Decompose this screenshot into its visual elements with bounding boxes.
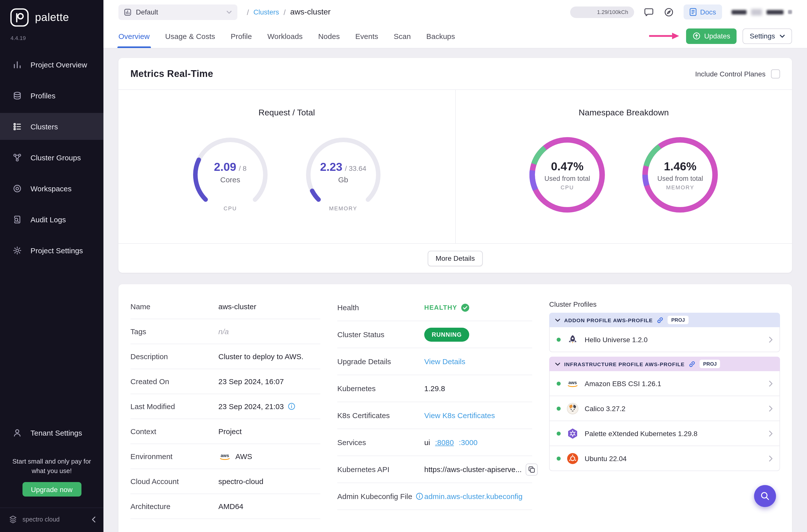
view-details-link[interactable]: View Details [424,357,466,366]
cluster-details-card: Name aws-cluster Tags n/a Description Cl… [118,284,792,532]
service-port-8080-link[interactable]: :8080 [435,438,454,446]
project-selector[interactable]: Default [118,4,237,20]
redacted-chip [751,9,762,15]
settings-button[interactable]: Settings [743,28,792,44]
tab-profile[interactable]: Profile [231,24,252,48]
proj-scope-badge: PROJ [668,316,688,324]
compass-support-icon[interactable] [663,7,674,17]
kubeconfig-download-link[interactable]: admin.aws-cluster.kubeconfig [424,492,523,500]
memory-donut-caption: Used from total [657,175,703,182]
link-icon[interactable] [689,360,696,367]
profile-pack-name: Calico 3.27.2 [585,404,625,412]
profile-row-palette-extended-kubernetes[interactable]: Palette eXtended Kubernetes 1.29.8 [549,421,780,446]
breadcrumb-current: aws-cluster [290,7,331,17]
detail-label: Name [130,302,218,311]
include-control-planes-label: Include Control Planes [695,70,766,78]
info-icon[interactable] [416,493,423,500]
tab-overview[interactable]: Overview [118,24,150,48]
chevron-down-icon [226,10,232,14]
proj-scope-badge: PROJ [699,360,720,368]
updates-button[interactable]: Updates [686,28,737,44]
chat-bubble-icon[interactable] [644,7,654,17]
link-icon[interactable] [657,317,664,323]
include-control-planes-checkbox[interactable] [771,69,780,78]
topbar-right: 1.29/100kCh Docs [570,4,792,19]
memory-namespace-donut: 1.46% Used from total MEMORY [640,135,720,215]
breadcrumb: / Clusters / aws-cluster [247,7,331,17]
upgrade-now-button[interactable]: Upgrade now [22,482,81,496]
sidebar-item-project-overview[interactable]: Project Overview [0,51,104,78]
breadcrumb-clusters-link[interactable]: Clusters [254,8,279,16]
tab-usage-costs[interactable]: Usage & Costs [165,24,215,48]
assistant-search-fab[interactable] [754,485,776,507]
detail-row-upgrade-details: Upgrade Details View Details [337,348,532,375]
copy-icon[interactable] [526,463,538,475]
infrastructure-profile-header[interactable]: INFRASTRUCTURE PROFILE AWS-PROFILE PROJ [549,357,780,371]
metrics-body: Request / Total 2.09 / [118,90,792,244]
sidebar-item-profiles[interactable]: Profiles [0,82,104,109]
updates-button-label: Updates [704,32,730,40]
profile-row-amazon-ebs-csi[interactable]: aws Amazon EBS CSI 1.26.1 [549,371,780,396]
tab-nodes[interactable]: Nodes [318,24,340,48]
gear-icon [13,246,22,255]
service-name: ui [424,438,430,446]
service-port-3000-link[interactable]: :3000 [459,438,477,446]
collapse-sidebar-icon[interactable] [92,516,95,522]
tab-workloads[interactable]: Workloads [267,24,303,48]
include-control-planes: Include Control Planes [695,69,780,78]
addon-profile-group: ADDON PROFILE AWS-PROFILE PROJ Hello [549,313,780,352]
profile-row-calico[interactable]: Calico 3.27.2 [549,396,780,421]
ubuntu-icon [566,452,579,465]
metrics-card: Metrics Real-Time Include Control Planes… [118,58,792,273]
tenant-user-icon [13,428,22,438]
nav-label: Clusters [31,122,58,131]
sidebar-item-project-settings[interactable]: Project Settings [0,237,104,264]
detail-label: Kubernetes [337,384,424,393]
tab-backups[interactable]: Backups [426,24,455,48]
profile-pack-name: Palette eXtended Kubernetes 1.29.8 [585,429,697,437]
namespace-breakdown-section: Namespace Breakdown 0.47% Used from tota… [455,90,792,243]
detail-label: Tags [130,327,218,336]
project-selector-value: Default [136,8,222,16]
detail-value: aws-cluster [218,302,256,311]
cpu-unit: Cores [220,175,240,184]
profile-row-ubuntu[interactable]: Ubuntu 22.04 [549,446,780,471]
chevron-down-icon [780,34,785,38]
detail-row-health: Health HEALTHY [337,294,532,321]
addon-profile-header[interactable]: ADDON PROFILE AWS-PROFILE PROJ [549,313,780,327]
sidebar-item-clusters[interactable]: Clusters [0,113,104,140]
detail-row-kubernetes: Kubernetes 1.29.8 [337,375,532,402]
tab-events[interactable]: Events [355,24,378,48]
detail-value: 1.29.8 [424,384,445,393]
donut-row: 0.47% Used from total CPU 1. [455,135,792,215]
breadcrumb-separator: / [247,8,249,16]
infrastructure-profile-group: INFRASTRUCTURE PROFILE AWS-PROFILE PROJ … [549,357,780,471]
tab-scan[interactable]: Scan [394,24,411,48]
profile-row-hello-universe[interactable]: Hello Universe 1.2.0 [549,327,780,352]
chart-bars-icon [13,60,22,69]
cluster-profiles-title: Cluster Profiles [549,300,780,308]
sidebar-item-audit-logs[interactable]: Audit Logs [0,206,104,233]
addon-profile-header-label: ADDON PROFILE AWS-PROFILE [564,317,653,323]
chevron-right-icon [769,430,772,436]
docs-button[interactable]: Docs [683,4,722,19]
cpu-gauge: 2.09 / 8 Cores CPU [190,135,270,215]
sidebar-item-workspaces[interactable]: Workspaces [0,175,104,202]
gauge-row: 2.09 / 8 Cores CPU [118,135,455,215]
details-middle-column: Health HEALTHY Cluster Status RUNNING [337,294,532,519]
info-icon[interactable] [288,403,295,410]
spectro-cloud-logo-icon [8,514,18,525]
sidebar-footer: spectro cloud [0,508,104,532]
detail-value: Cluster to deploy to AWS. [218,352,304,361]
footer-brand-name: spectro cloud [22,516,60,523]
nav-label: Workspaces [31,184,72,193]
sidebar-item-cluster-groups[interactable]: Cluster Groups [0,144,104,171]
chevron-right-icon [769,455,772,461]
sidebar-item-tenant-settings[interactable]: Tenant Settings [0,419,104,446]
namespace-breakdown-title: Namespace Breakdown [455,108,792,118]
chevron-right-icon [769,337,772,342]
more-details-button[interactable]: More Details [428,250,483,266]
detail-row-environment: Environment aws AWS [130,444,320,469]
view-k8s-certificates-link[interactable]: View K8s Certificates [424,411,495,420]
brand: palette [0,0,104,27]
